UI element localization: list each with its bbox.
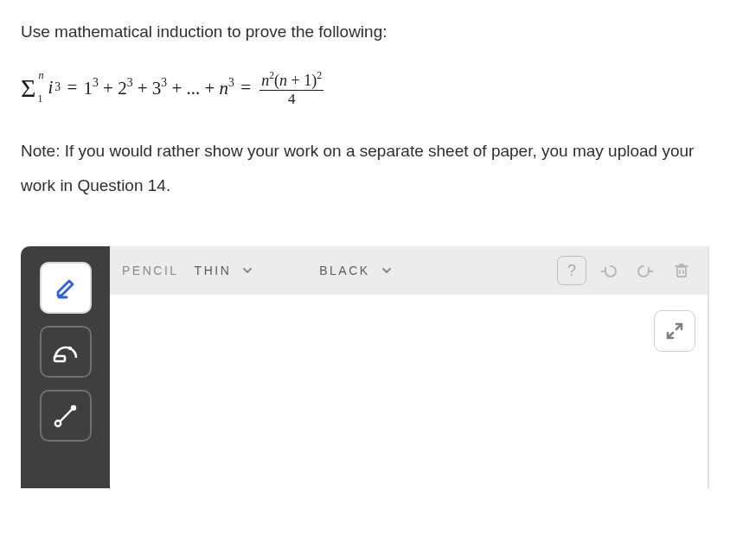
pencil-icon [52,274,80,302]
protractor-tool-button[interactable] [40,326,92,378]
protractor-icon [51,337,80,366]
pencil-tool-button[interactable] [40,262,92,314]
trash-button[interactable] [668,257,695,284]
thickness-dropdown[interactable]: THIN [188,258,261,283]
chevron-down-icon [241,264,253,277]
redo-icon [637,262,654,279]
drawing-widget: PENCIL THIN BLACK ? [21,246,709,488]
active-tool-label: PENCIL [122,264,179,277]
line-tool-button[interactable] [40,390,92,442]
canvas-panel[interactable]: PENCIL THIN BLACK ? [110,246,709,488]
expand-button[interactable] [654,310,695,352]
undo-button[interactable] [595,257,623,284]
help-button[interactable]: ? [557,256,586,285]
expand-icon [665,321,684,340]
color-selected: BLACK [319,264,369,277]
question-prompt: Use mathematical induction to prove the … [21,19,709,45]
help-icon: ? [567,262,576,280]
tool-sidebar [21,246,110,488]
color-dropdown[interactable]: BLACK [312,258,399,283]
question-note: Note: If you would rather show your work… [21,134,709,203]
redo-button[interactable] [631,257,659,284]
undo-icon [600,262,618,279]
svg-line-5 [60,410,72,422]
svg-rect-1 [54,356,65,361]
drawing-toolbar: PENCIL THIN BLACK ? [110,246,708,295]
svg-rect-6 [677,267,686,277]
line-icon [51,401,80,430]
svg-point-2 [67,347,71,350]
trash-icon [673,262,690,279]
equation-display: Σn1 i3 = 13 + 23 + 33 + ... + n3 = n2(n … [21,69,709,106]
thickness-selected: THIN [195,264,232,277]
chevron-down-icon [381,264,393,277]
